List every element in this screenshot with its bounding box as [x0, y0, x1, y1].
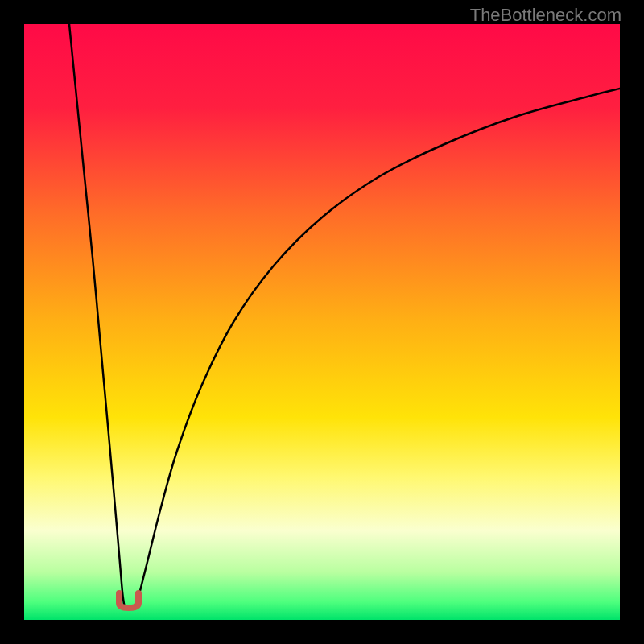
chart-root: TheBottleneck.com — [0, 0, 644, 644]
curve-left-branch — [69, 24, 125, 608]
watermark-text: TheBottleneck.com — [470, 5, 621, 26]
curve-right-branch — [134, 89, 620, 608]
null-marker — [119, 593, 138, 608]
bottleneck-curve — [24, 24, 620, 620]
